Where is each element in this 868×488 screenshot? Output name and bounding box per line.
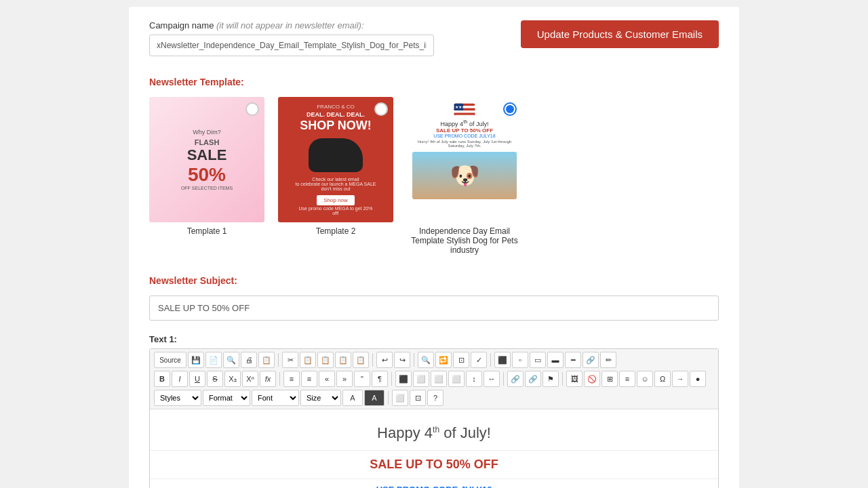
ul-btn[interactable]: ≡ bbox=[301, 371, 317, 387]
sep7 bbox=[503, 372, 504, 386]
newsletter-subject-input[interactable] bbox=[149, 296, 719, 321]
maximize-btn[interactable]: ⬜ bbox=[392, 390, 408, 406]
redo-btn[interactable]: ↪ bbox=[394, 352, 410, 368]
align-center-btn[interactable]: ⬜ bbox=[413, 371, 429, 387]
insert-hr-btn[interactable]: ▫ bbox=[512, 352, 528, 368]
ltr-btn[interactable]: ↕ bbox=[466, 371, 482, 387]
newsletter-subject-header: Newsletter Subject: bbox=[149, 275, 719, 286]
template-btn[interactable]: 📋 bbox=[258, 352, 275, 368]
find-btn[interactable]: 🔍 bbox=[223, 352, 239, 368]
flash-btn[interactable]: 🚫 bbox=[584, 371, 600, 387]
insert-frame-btn[interactable]: ▭ bbox=[530, 352, 546, 368]
createDiv-btn[interactable]: ¶ bbox=[372, 371, 388, 387]
template-item-1[interactable]: Why Dim? FLASH SALE 50% OFF SELECTED ITE… bbox=[149, 97, 264, 236]
template-item-2[interactable]: FRANCO & CO DEAL. DEAL. DEAL. SHOP NOW! … bbox=[278, 97, 393, 236]
align-left-btn[interactable]: ⬛ bbox=[395, 371, 412, 387]
subscript-btn[interactable]: X₂ bbox=[224, 371, 241, 387]
print-btn[interactable]: 🖨 bbox=[241, 352, 257, 368]
svg-rect-4 bbox=[454, 110, 475, 113]
superscript-btn[interactable]: Xⁿ bbox=[242, 371, 258, 387]
template-item-3[interactable]: ★★★ Happy 4th of July! SALE UP TO 50% OF… bbox=[407, 97, 522, 255]
editor-toolbar: Source 💾 📄 🔍 🖨 📋 ✂ 📋 📋 📋 📋 ↩ ↪ bbox=[150, 349, 718, 409]
smiley-btn[interactable]: ☺ bbox=[637, 371, 653, 387]
insert-table-btn[interactable]: ⬛ bbox=[494, 352, 511, 368]
dog-image: 🐶 bbox=[412, 152, 517, 199]
insert-line-btn[interactable]: ━ bbox=[565, 352, 581, 368]
template-radio-1 bbox=[245, 102, 259, 116]
spell-btn[interactable]: ✓ bbox=[471, 352, 487, 368]
newsletter-subject-section: Newsletter Subject: bbox=[149, 275, 719, 321]
campaign-label: Campaign name (it will not appear in new… bbox=[149, 20, 521, 30]
bold-btn[interactable]: B bbox=[154, 371, 170, 387]
update-products-button[interactable]: Update Products & Customer Emails bbox=[521, 20, 719, 48]
indent-btn[interactable]: » bbox=[336, 371, 353, 387]
sep2 bbox=[372, 353, 373, 367]
campaign-name-input[interactable] bbox=[149, 35, 434, 56]
undo-btn[interactable]: ↩ bbox=[376, 352, 393, 368]
italic-btn[interactable]: I bbox=[172, 371, 188, 387]
paste-text-btn[interactable]: 📋 bbox=[335, 352, 351, 368]
template-radio-3 bbox=[503, 102, 517, 116]
template-thumb-wrapper-3: ★★★ Happy 4th of July! SALE UP TO 50% OF… bbox=[407, 97, 522, 222]
bg-color-btn[interactable]: A bbox=[364, 390, 384, 406]
newsletter-template-section: Newsletter Template: Why Dim? FLASH SALE… bbox=[149, 77, 719, 255]
font-dropdown[interactable]: Font bbox=[252, 390, 299, 406]
find2-btn[interactable]: 🔍 bbox=[418, 352, 434, 368]
styles-dropdown[interactable]: Styles bbox=[154, 390, 201, 406]
underline-btn[interactable]: U bbox=[189, 371, 205, 387]
editor-section: Text 1: Source 💾 📄 🔍 🖨 📋 ✂ 📋 📋 📋 📋 bbox=[149, 334, 719, 488]
format-dropdown[interactable]: Format bbox=[203, 390, 250, 406]
sep4 bbox=[490, 353, 491, 367]
rtl-btn[interactable]: ↔ bbox=[484, 371, 500, 387]
formula-btn[interactable]: fx bbox=[260, 371, 276, 387]
copy-btn[interactable]: 📋 bbox=[300, 352, 316, 368]
new-doc-btn[interactable]: 📄 bbox=[205, 352, 222, 368]
strike-btn[interactable]: S bbox=[207, 371, 223, 387]
paste-btn[interactable]: 📋 bbox=[317, 352, 334, 368]
source-btn[interactable]: Source bbox=[154, 352, 186, 368]
campaign-name-text: Campaign name bbox=[149, 20, 214, 30]
toolbar-row-2: B I U S X₂ Xⁿ fx ≡ ≡ « » " ¶ ⬛ ⬜ bbox=[154, 371, 714, 387]
toolbar-row-1: Source 💾 📄 🔍 🖨 📋 ✂ 📋 📋 📋 📋 ↩ ↪ bbox=[154, 352, 714, 368]
insert-box-btn[interactable]: ▬ bbox=[547, 352, 564, 368]
template-label-2: Template 2 bbox=[316, 226, 356, 236]
resize-btn[interactable]: ⊡ bbox=[410, 390, 426, 406]
sep3 bbox=[414, 353, 414, 367]
special-char-btn[interactable]: Ω bbox=[654, 371, 671, 387]
table-btn[interactable]: ⊞ bbox=[601, 371, 618, 387]
svg-rect-6 bbox=[454, 115, 475, 117]
newsletter-template-header: Newsletter Template: bbox=[149, 77, 719, 87]
replace-btn[interactable]: 🔁 bbox=[435, 352, 452, 368]
align-right-btn[interactable]: ⬜ bbox=[431, 371, 447, 387]
insert-edit-btn[interactable]: ✏ bbox=[600, 352, 616, 368]
iframe-btn[interactable]: ● bbox=[690, 371, 706, 387]
template-thumb-wrapper-1: Why Dim? FLASH SALE 50% OFF SELECTED ITE… bbox=[149, 97, 264, 222]
justify-btn[interactable]: ⬜ bbox=[448, 371, 465, 387]
blockquote-btn[interactable]: " bbox=[354, 371, 370, 387]
insert-link-btn[interactable]: 🔗 bbox=[583, 352, 599, 368]
help-btn[interactable]: ? bbox=[427, 390, 443, 406]
cut-btn[interactable]: ✂ bbox=[282, 352, 298, 368]
select-all-btn[interactable]: ⊡ bbox=[453, 352, 469, 368]
hr2-btn[interactable]: ≡ bbox=[619, 371, 635, 387]
size-dropdown[interactable]: Size bbox=[300, 390, 341, 406]
outdent-btn[interactable]: « bbox=[319, 371, 335, 387]
promo-code: JULY18 bbox=[460, 485, 492, 488]
template-thumb-3: ★★★ Happy 4th of July! SALE UP TO 50% OF… bbox=[407, 97, 522, 222]
toolbar-row-3: Styles Format Font Size A A ⬜ ⊡ bbox=[154, 390, 714, 406]
template-thumb-wrapper-2: FRANCO & CO DEAL. DEAL. DEAL. SHOP NOW! … bbox=[278, 97, 393, 222]
template-thumb-1: Why Dim? FLASH SALE 50% OFF SELECTED ITE… bbox=[149, 97, 264, 222]
template-grid: Why Dim? FLASH SALE 50% OFF SELECTED ITE… bbox=[149, 97, 719, 255]
link-btn[interactable]: 🔗 bbox=[507, 371, 524, 387]
ol-btn[interactable]: ≡ bbox=[283, 371, 300, 387]
text1-label: Text 1: bbox=[149, 334, 719, 344]
image-btn[interactable]: 🖼 bbox=[566, 371, 583, 387]
paste-word-btn[interactable]: 📋 bbox=[353, 352, 369, 368]
main-container: Campaign name (it will not appear in new… bbox=[129, 7, 739, 488]
font-color-btn[interactable]: A bbox=[342, 390, 363, 406]
editor-content[interactable]: Happy 4th of July! SALE UP TO 50% OFF US… bbox=[150, 409, 718, 488]
pagebreak-btn[interactable]: → bbox=[672, 371, 688, 387]
anchor-btn[interactable]: ⚑ bbox=[542, 371, 559, 387]
unlink-btn[interactable]: 🔗 bbox=[525, 371, 541, 387]
save-icon-btn[interactable]: 💾 bbox=[188, 352, 204, 368]
